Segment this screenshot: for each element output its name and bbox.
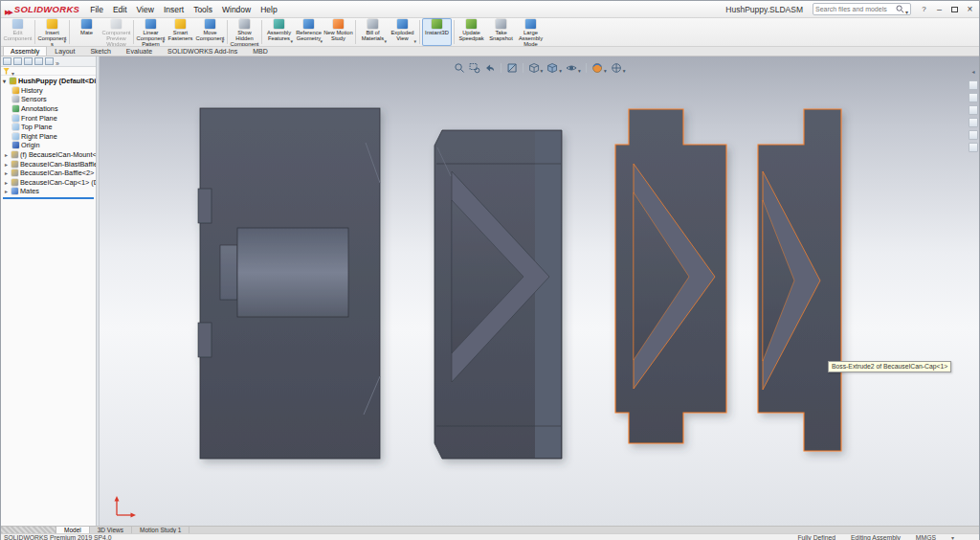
expand-caret-icon[interactable] [5,187,11,195]
ribbon-button-insert-components[interactable]: Insert Components [37,18,67,46]
edit-appearance-button[interactable] [590,58,608,78]
part-blastbaffle-section[interactable] [434,130,562,459]
ribbon-button-update-speedpak[interactable]: Update Speedpak [457,18,486,46]
hide-show-items-button[interactable] [565,58,582,78]
help-icon[interactable] [917,3,931,16]
dropdown-caret-icon[interactable] [384,30,387,47]
ribbon-button-new-motion-study[interactable]: New Motion Study [323,18,353,46]
expand-caret-icon[interactable] [5,169,11,177]
dropdown-caret-icon[interactable] [320,30,323,47]
dropdown-caret-icon[interactable] [63,30,66,47]
zoom-to-fit-button[interactable] [453,61,466,75]
view-palette-icon[interactable] [969,118,978,127]
dropdown-caret-icon[interactable] [413,30,416,47]
minimize-icon[interactable] [932,3,947,16]
ribbon-button-component-preview-window[interactable]: Component Preview Window [101,18,131,46]
tree-item-mount-component[interactable]: (f) BecauseICan-Mount<1> (Defa... [1,150,96,160]
tab-sketch[interactable]: Sketch [82,46,118,56]
menu-edit[interactable]: Edit [108,5,132,14]
tab-3d-views[interactable]: 3D Views [90,527,132,533]
menu-view[interactable]: View [132,5,159,14]
filter-icon[interactable] [3,68,10,75]
tab-model[interactable]: Model [56,527,90,533]
view-settings-button[interactable] [610,58,627,78]
ribbon-button-smart-fasteners[interactable]: Smart Fasteners [166,18,195,46]
ribbon-button-show-hidden-components[interactable]: Show Hidden Components [230,18,259,46]
appearances-icon[interactable] [969,130,978,140]
ribbon-button-move-component[interactable]: Move Component [195,18,225,46]
taskpane-home-icon[interactable] [969,80,978,90]
units-dropdown-icon[interactable] [951,534,954,540]
close-icon[interactable] [963,3,977,16]
ribbon-button-linear-component-pattern[interactable]: Linear Component Pattern [136,18,166,46]
tree-item-right-plane[interactable]: Right Plane [1,132,96,142]
display-style-button[interactable] [546,58,563,78]
dropdown-caret-icon[interactable] [603,59,607,77]
rollback-bar[interactable] [3,197,94,199]
ribbon-button-reference-geometry[interactable]: Reference Geometry [294,18,323,46]
expand-caret-icon[interactable] [5,150,11,159]
ribbon-button-take-snapshot[interactable]: Take Snapshot [486,18,516,46]
dropdown-caret-icon[interactable] [577,59,581,77]
expand-caret-icon[interactable] [3,77,9,85]
part-baffle-section-selected[interactable] [615,109,726,443]
dropdown-caret-icon[interactable] [540,59,544,77]
tree-item-origin[interactable]: Origin [1,141,96,150]
file-explorer-icon[interactable] [969,105,978,115]
tree-item-mates[interactable]: Mates [1,187,96,196]
tab-evaluate[interactable]: Evaluate [119,46,160,56]
menu-window[interactable]: Window [217,5,256,14]
expand-caret-icon[interactable] [5,160,11,169]
search-icon[interactable] [896,5,904,13]
search-dropdown-icon[interactable] [904,1,908,18]
tree-item-blastbaffle-component[interactable]: BecauseICan-BlastBaffle<1> (Def... [1,159,96,169]
dropdown-caret-icon[interactable] [162,30,165,47]
expand-caret-icon[interactable] [5,178,11,187]
tab-assembly[interactable]: Assembly [3,46,47,56]
dropdown-caret-icon[interactable] [290,30,293,47]
property-manager-tab-icon[interactable] [13,57,22,65]
tree-item-front-plane[interactable]: Front Plane [1,113,96,123]
menu-help[interactable]: Help [256,5,281,14]
dropdown-caret-icon[interactable] [558,59,562,77]
tree-item-baffle-component[interactable]: BecauseICan-Baffle<2> (Default<... [1,169,96,178]
display-manager-tab-icon[interactable] [45,57,54,65]
menu-insert[interactable]: Insert [159,5,189,14]
previous-view-button[interactable] [483,61,497,75]
tab-solidworks-add-ins[interactable]: SOLIDWORKS Add-Ins [160,46,245,56]
part-mount-section[interactable] [198,108,380,459]
section-view-button[interactable] [505,61,519,75]
view-orientation-button[interactable] [527,58,545,78]
dimxpert-manager-tab-icon[interactable] [34,57,43,65]
menu-tools[interactable]: Tools [189,5,217,14]
ribbon-button-instant3d[interactable]: Instant3D [422,18,452,46]
custom-properties-icon[interactable] [969,143,978,152]
task-pane-expand-icon[interactable] [971,60,974,78]
part-cap-section-selected[interactable] [758,109,841,451]
tab-layout[interactable]: Layout [47,46,82,56]
design-library-icon[interactable] [969,93,978,102]
dropdown-caret-icon[interactable] [221,30,224,47]
tree-item-history[interactable]: History [1,86,96,96]
tree-item-assembly-root[interactable]: HushPuppy (Default<Display State-1>) [1,77,96,86]
ribbon-button-assembly-features[interactable]: Assembly Features [264,18,294,46]
tab-scroll-area[interactable] [1,527,56,533]
tree-item-sensors[interactable]: Sensors [1,95,96,104]
ribbon-button-edit-component[interactable]: Edit Component [3,18,33,46]
graphics-area[interactable]: Boss-Extrude2 of BecauseICan-Cap<1> [100,56,979,526]
ribbon-button-exploded-view[interactable]: Exploded View [388,18,417,46]
search-input[interactable] [815,6,896,12]
status-units[interactable]: MMGS [916,534,936,540]
search-box[interactable] [813,3,911,15]
featuremanager-tree-tab-icon[interactable] [3,57,11,65]
tab-motion-study-1[interactable]: Motion Study 1 [132,527,189,533]
zoom-to-area-button[interactable] [468,61,481,75]
ribbon-button-bill-of-materials[interactable]: Bill of Materials [358,18,388,46]
tree-item-top-plane[interactable]: Top Plane [1,123,96,132]
ribbon-button-large-assembly-mode[interactable]: Large Assembly Mode [516,18,546,46]
tree-item-cap-component[interactable]: BecauseICan-Cap<1> (Default<... [1,178,96,188]
dropdown-caret-icon[interactable] [622,59,626,77]
configuration-manager-tab-icon[interactable] [24,57,33,65]
tree-item-annotations[interactable]: Annotations [1,104,96,114]
ribbon-button-mate[interactable]: Mate [72,18,101,46]
